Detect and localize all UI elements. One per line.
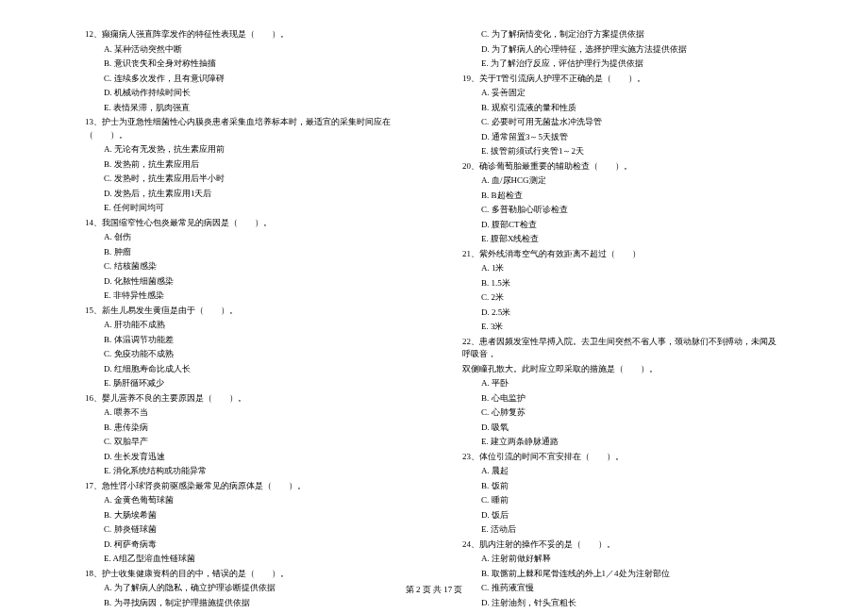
answer-option: A. 晨起 [481,465,783,478]
answer-option: C. 双胎早产 [104,436,406,449]
answer-option: A. 金黄色葡萄球菌 [104,494,406,507]
answer-option: B. 饭前 [481,480,783,493]
question-text: 15、新生儿易发生黄疸是由于（ ）。 [85,305,406,318]
answer-option: E. 表情呆滞，肌肉强直 [104,102,406,115]
answer-option: D. 吸氧 [481,422,783,435]
answer-option: E. 拔管前须试行夹管1～2天 [481,145,783,158]
answer-option: A. 血/尿HCG测定 [481,174,783,188]
answer-option: B. 肿瘤 [104,246,406,259]
answer-option: A. 1米 [481,262,783,275]
answer-option: A. 注射前做好解释 [481,553,783,566]
answer-option: B. 发热前，抗生素应用后 [104,158,406,172]
left-column: 12、癫痫病人强直阵挛发作的特征性表现是（ ）。A. 某种活动突然中断B. 意识… [85,28,406,611]
answer-option: C. 2米 [481,291,783,305]
answer-option: D. 饭后 [481,509,783,522]
answer-option: C. 为了解病情变化，制定治疗方案提供依据 [481,28,783,41]
answer-option: D. 为了解病人的心理特征，选择护理实施方法提供依据 [481,43,783,57]
answer-option: C. 肺炎链球菌 [104,523,406,537]
answer-option: C. 心肺复苏 [481,406,783,420]
answer-option: B. 1.5米 [481,277,783,290]
answer-option: A. 无论有无发热，抗生素应用前 [104,143,406,157]
answer-option: D. 红细胞寿命比成人长 [104,363,406,376]
answer-option: C. 必要时可用无菌盐水冲洗导管 [481,116,783,129]
answer-option: D. 机械动作持续时间长 [104,87,406,100]
question-text: 14、我国缩窄性心包炎最常见的病因是（ ）。 [85,217,406,230]
question-text: 18、护士收集健康资料的目的中，错误的是（ ）。 [85,568,406,581]
answer-option: E. 消化系统结构或功能异常 [104,465,406,478]
question-text: 16、婴儿营养不良的主要原因是（ ）。 [85,392,406,406]
answer-option: D. 2.5米 [481,306,783,320]
answer-option: C. 连续多次发作，且有意识障碍 [104,73,406,86]
answer-option: B. 取髂前上棘和尾骨连线的外上1／4处为注射部位 [481,568,783,581]
answer-option: E. A组乙型溶血性链球菌 [104,553,406,566]
answer-option: C. 免疫功能不成熟 [104,348,406,361]
answer-option: E. 3米 [481,321,783,334]
answer-option: B. 为寻找病因，制定护理措施提供依据 [104,597,406,610]
answer-option: C. 睡前 [481,494,783,507]
question-text: 21、紫外线消毒空气的有效距离不超过（ ） [462,248,783,261]
answer-option: B. 大肠埃希菌 [104,509,406,522]
answer-option: D. 化脓性细菌感染 [104,275,406,289]
answer-option: C. 多普勒胎心听诊检查 [481,204,783,217]
answer-option: C. 发热时，抗生素应用后半小时 [104,173,406,186]
answer-option: D. 腹部CT检查 [481,219,783,232]
question-text: 19、关于T管引流病人护理不正确的是（ ）。 [462,73,783,86]
question-text: 22、患者因频发室性早搏入院。去卫生间突然不省人事，颈动脉们不到搏动，未闻及呼吸… [462,336,783,361]
answer-option: A. 某种活动突然中断 [104,43,406,57]
answer-option: C. 结核菌感染 [104,260,406,273]
answer-option: E. 任何时间均可 [104,202,406,215]
answer-option: E. 建立两条静脉通路 [481,436,783,449]
question-text: 17、急性肾小球肾炎前驱感染最常见的病原体是（ ）。 [85,480,406,493]
question-continuation: 双侧瞳孔散大。此时应立即采取的措施是（ ）。 [462,363,783,376]
question-text: 23、体位引流的时间不宜安排在（ ）。 [462,451,783,464]
answer-option: B. 体温调节功能差 [104,334,406,347]
question-text: 20、确诊葡萄胎最重要的辅助检查（ ）。 [462,160,783,174]
answer-option: B. B超检查 [481,190,783,203]
question-text: 24、肌内注射的操作不妥的是（ ）。 [462,538,783,552]
right-column: C. 为了解病情变化，制定治疗方案提供依据D. 为了解病人的心理特征，选择护理实… [462,28,783,611]
answer-option: A. 平卧 [481,377,783,390]
page-footer: 第 2 页 共 17 页 [0,584,868,596]
answer-option: D. 生长发育迅速 [104,451,406,464]
answer-option: D. 柯萨奇病毒 [104,538,406,552]
answer-option: D. 发热后，抗生素应用1天后 [104,188,406,201]
answer-option: B. 患传染病 [104,422,406,435]
answer-option: B. 心电监护 [481,392,783,406]
answer-option: E. 肠肝循环减少 [104,377,406,390]
answer-option: B. 观察引流液的量和性质 [481,102,783,115]
question-text: 13、护士为亚急性细菌性心内膜炎患者采集血培养标本时，最适宜的采集时间应在（ ）… [85,116,406,141]
answer-option: A. 妥善固定 [481,87,783,100]
answer-option: D. 注射油剂，针头宜粗长 [481,597,783,610]
answer-option: E. 腹部X线检查 [481,233,783,246]
answer-option: E. 为了解治疗反应，评估护理行为提供依据 [481,58,783,71]
answer-option: A. 创伤 [104,231,406,244]
answer-option: E. 活动后 [481,523,783,537]
answer-option: D. 通常留置3～5天拔管 [481,131,783,144]
answer-option: A. 喂养不当 [104,406,406,420]
question-text: 12、癫痫病人强直阵挛发作的特征性表现是（ ）。 [85,28,406,41]
answer-option: A. 肝功能不成熟 [104,319,406,332]
answer-option: E. 非特异性感染 [104,290,406,303]
answer-option: B. 意识丧失和全身对称性抽搐 [104,58,406,71]
